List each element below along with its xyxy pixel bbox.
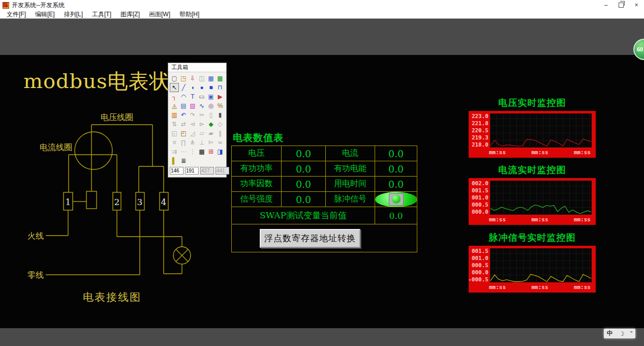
x-tick-label: mm:ss xyxy=(574,149,591,156)
live-wire-label: 火线 xyxy=(27,231,44,241)
window-title: 开发系统--开发系统 xyxy=(12,1,598,10)
open-file-icon[interactable]: ◳ xyxy=(179,74,188,83)
group-icon[interactable]: ◆ xyxy=(206,120,216,129)
new-file-icon[interactable]: ▢ xyxy=(170,74,179,83)
y-tick-label: 001.5 xyxy=(472,248,488,254)
align-bottom-icon: ⊥ xyxy=(197,138,206,147)
y-tick-label: -000.5 xyxy=(468,277,488,282)
trend-line xyxy=(490,139,591,146)
circle-tool-icon[interactable]: ● xyxy=(197,83,206,92)
voltage-label: 电压 xyxy=(232,146,282,161)
paste-icon[interactable]: ▮ xyxy=(216,110,225,120)
pulse-chart: 脉冲信号实时监控图001.5001.0000.5000.0-000.5mm:ss… xyxy=(469,232,596,293)
float-register-convert-button[interactable]: 浮点数寄存器地址转换 xyxy=(260,229,360,248)
copy-style-icon: ▰ xyxy=(206,129,216,138)
ime-language-icon[interactable]: 中 xyxy=(607,329,613,338)
menu-gallery[interactable]: 图库[Z] xyxy=(116,10,144,18)
active-energy-value: 0.0 xyxy=(375,161,417,177)
minimize-button[interactable]: – xyxy=(598,0,614,10)
ole-tool-icon[interactable]: ◎ xyxy=(206,101,216,110)
undo-icon[interactable]: ↶ xyxy=(179,110,188,120)
x-axis-labels: mm:ssmm:ssmm:ss xyxy=(489,148,592,156)
scale-tool-icon[interactable]: % xyxy=(216,101,225,110)
plot-area xyxy=(490,181,592,215)
y-tick-label: 221.8 xyxy=(472,121,488,126)
text-tool-icon[interactable]: T xyxy=(188,92,197,101)
chart-panel: 002.0001.5001.0000.5000.0mm:ssmm:ssmm:ss xyxy=(469,178,596,225)
select-icon[interactable]: ↖ xyxy=(170,83,179,92)
close-button[interactable]: × xyxy=(629,0,644,10)
fill-style-icon[interactable]: ▌ xyxy=(170,156,179,165)
signal-strength-label: 信号强度 xyxy=(232,192,282,207)
report-tool-icon[interactable]: ▤ xyxy=(179,101,188,110)
skew-icon: ◿ xyxy=(188,129,197,138)
rounded-rect-tool-icon[interactable]: ▭ xyxy=(197,92,206,101)
lamp-cross xyxy=(176,249,188,262)
current-label: 电流 xyxy=(326,146,375,161)
bitmap-tool-icon[interactable]: ▣ xyxy=(206,92,216,101)
flip-vertical-icon: ⇅ xyxy=(170,120,179,129)
menu-screen[interactable]: 画面[W] xyxy=(144,10,175,18)
line-style-icon[interactable]: ≣ xyxy=(179,156,188,165)
send-back-icon[interactable]: ◰ xyxy=(179,129,188,138)
toolbox-field-2 xyxy=(200,167,214,175)
menu-edit[interactable]: 编辑[E] xyxy=(30,10,59,18)
ellipse-tool-icon[interactable]: ◖ xyxy=(188,83,197,92)
arc-tool-icon[interactable]: ◠ xyxy=(179,92,188,101)
pulse-led-button[interactable] xyxy=(389,193,404,206)
live-wire-path xyxy=(46,210,68,236)
copy-icon: ▯ xyxy=(206,110,216,120)
toolbox-panel[interactable]: 工具箱 ▢◳⇩◫▦▩↖╱◖●■⊓┐◠T▭▣▶◬▤▧∿◎%▥↶↷✂▯▮⇅⇄⊲⊳◆◇… xyxy=(168,63,227,178)
redo-icon: ↷ xyxy=(188,110,197,120)
x-tick-label: mm:ss xyxy=(489,216,506,223)
toolbox-field-1[interactable] xyxy=(185,167,199,175)
grid-toggle-icon[interactable]: ▦ xyxy=(197,147,206,156)
ime-bar: 中 ☽ ” xyxy=(604,329,635,338)
button-row: 浮点数寄存器地址转换 xyxy=(232,224,417,252)
animation-tool-icon[interactable]: ▶ xyxy=(216,92,225,101)
toolbox-grid: ▢◳⇩◫▦▩↖╱◖●■⊓┐◠T▭▣▶◬▤▧∿◎%▥↶↷✂▯▮⇅⇄⊲⊳◆◇◱◰◿▱… xyxy=(168,72,226,166)
neutral-wire-label: 零线 xyxy=(27,270,44,280)
menu-help[interactable]: 帮助[H] xyxy=(175,10,204,18)
pick-color-icon[interactable]: ◨ xyxy=(216,147,225,156)
polyline-tool-icon[interactable]: ⊓ xyxy=(216,83,225,92)
alarm-tool-icon[interactable]: ◬ xyxy=(170,101,179,110)
table-row: 有功功率0.0有功电能0.0 xyxy=(232,161,417,177)
y-tick-label: 000.0 xyxy=(472,270,488,275)
menu-tools[interactable]: 工具[T] xyxy=(87,10,116,18)
menu-arrange[interactable]: 排列[L] xyxy=(59,10,87,18)
menu-file[interactable]: 文件[F] xyxy=(2,10,30,18)
toolbox-field-0[interactable] xyxy=(170,167,183,175)
ime-shape-icon[interactable]: ☽ xyxy=(619,330,625,337)
line-tool-icon[interactable]: ╱ xyxy=(179,83,188,92)
align-top-icon: ∏ xyxy=(179,138,188,147)
trend-tool-icon[interactable]: ∿ xyxy=(197,101,206,110)
rotate-left-icon: ⊲ xyxy=(188,120,197,129)
space-vertical-icon: ⋮ xyxy=(188,147,197,156)
rectangle-tool-icon[interactable]: ■ xyxy=(206,83,216,92)
swap-row: SWAP测试变量当前值0.0 xyxy=(232,207,417,224)
import-icon[interactable]: ⇩ xyxy=(188,74,197,83)
gif-tool-icon[interactable]: ▧ xyxy=(188,101,197,110)
align-center-icon: ⋔ xyxy=(188,138,197,147)
toolbox-field-3 xyxy=(216,167,229,175)
multi-state-icon[interactable]: ▥ xyxy=(170,110,179,120)
preview-icon[interactable]: ▦ xyxy=(206,74,216,83)
restore-button[interactable] xyxy=(614,0,629,10)
app-icon xyxy=(3,2,9,9)
neutral-wire-path xyxy=(46,210,140,275)
pulse-led[interactable] xyxy=(375,192,417,207)
meter-table-title: 电表数值表 xyxy=(233,131,284,145)
run-icon[interactable]: ▩ xyxy=(216,74,225,83)
palette-icon[interactable]: ⊞ xyxy=(206,147,216,156)
lamp-top-wire xyxy=(117,210,182,247)
y-tick-label: 001.5 xyxy=(472,188,488,193)
x-tick-label: mm:ss xyxy=(489,149,506,156)
pipe-tool-icon[interactable]: ┐ xyxy=(170,92,179,101)
trend-line xyxy=(490,205,591,214)
space-dots-icon: ⋯ xyxy=(179,147,188,156)
y-axis-labels: 223.0221.8220.5219.3218.0 xyxy=(469,113,490,148)
ime-punctuation-icon[interactable]: ” xyxy=(630,330,632,337)
power-factor-label: 功率因数 xyxy=(232,177,282,192)
usage-time-value: 0.0 xyxy=(375,177,417,192)
